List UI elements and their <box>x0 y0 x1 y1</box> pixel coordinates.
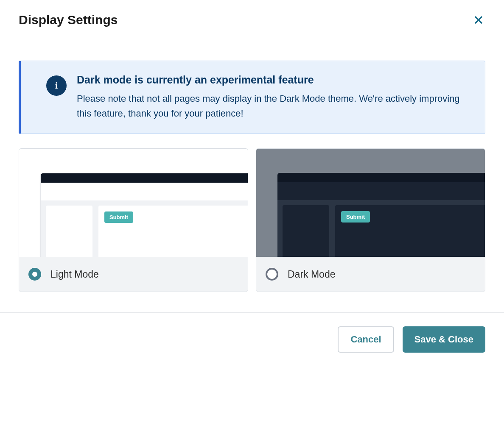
dark-mode-radio[interactable] <box>266 268 278 281</box>
info-icon: i <box>46 75 67 96</box>
info-content: Dark mode is currently an experimental f… <box>77 74 472 121</box>
dark-mode-label: Dark Mode <box>288 269 335 280</box>
preview-submit-button: Submit <box>341 211 370 223</box>
light-mode-preview: Submit <box>19 149 248 257</box>
cancel-button[interactable]: Cancel <box>338 326 394 353</box>
modal-body: i Dark mode is currently an experimental… <box>0 40 504 312</box>
modal-header: Display Settings <box>0 0 504 40</box>
modal-title: Display Settings <box>19 13 118 27</box>
save-close-button[interactable]: Save & Close <box>403 326 485 353</box>
dark-mode-preview: Submit <box>256 149 485 257</box>
theme-options: Submit Light Mode Submit <box>19 148 485 292</box>
light-mode-label: Light Mode <box>50 269 99 280</box>
info-banner-heading: Dark mode is currently an experimental f… <box>77 74 472 86</box>
modal-footer: Cancel Save & Close <box>0 312 504 366</box>
close-icon <box>473 15 484 25</box>
option-light-mode[interactable]: Submit Light Mode <box>19 148 248 292</box>
preview-submit-button: Submit <box>104 211 133 223</box>
close-button[interactable] <box>472 13 485 27</box>
info-banner-text: Please note that not all pages may displ… <box>77 91 472 121</box>
option-dark-mode[interactable]: Submit Dark Mode <box>256 148 485 292</box>
info-banner: i Dark mode is currently an experimental… <box>19 61 485 134</box>
light-mode-radio[interactable] <box>28 268 41 281</box>
